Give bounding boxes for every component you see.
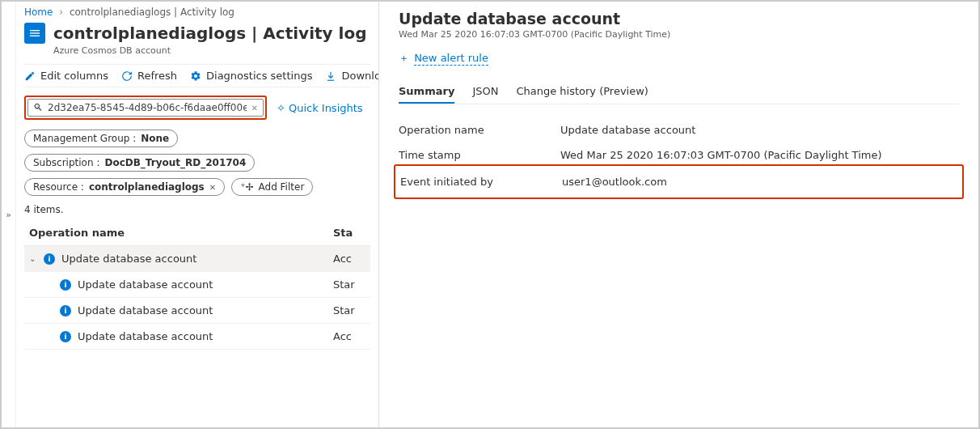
add-filter-icon: ⁺✢ — [240, 181, 253, 193]
filter-subscription[interactable]: Subscription : DocDB_Tryout_RD_201704 — [24, 154, 255, 172]
detail-pane: Update database account Wed Mar 25 2020 … — [378, 2, 978, 427]
search-input[interactable] — [48, 102, 247, 113]
activity-log-pane: Home › controlplanediaglogs | Activity l… — [16, 2, 378, 427]
svg-rect-0 — [30, 30, 40, 31]
row-status: Star — [333, 304, 365, 316]
filters: Management Group : None Subscription : D… — [24, 130, 370, 196]
expand-sidebar-handle[interactable]: » — [2, 2, 16, 427]
chevron-down-icon[interactable]: ⌄ — [29, 254, 44, 263]
refresh-icon — [121, 70, 133, 82]
diagnostics-button[interactable]: Diagnostics settings — [190, 70, 312, 82]
table-header: Operation name Sta — [24, 220, 370, 246]
plus-icon: ＋ — [399, 52, 409, 64]
row-status: Star — [333, 278, 365, 291]
add-filter-label: Add Filter — [259, 181, 305, 193]
kv-key: Operation name — [399, 124, 560, 136]
items-count: 4 items. — [24, 204, 370, 215]
svg-rect-1 — [30, 32, 40, 33]
kv-event-initiated-by: Event initiated by user1@outlook.com — [400, 169, 957, 194]
edit-columns-button[interactable]: Edit columns — [24, 70, 108, 82]
filter-sub-value: DocDB_Tryout_RD_201704 — [104, 157, 246, 168]
table-row[interactable]: i Update database account Acc — [24, 324, 370, 350]
row-operation: Update database account — [61, 253, 333, 265]
refresh-label: Refresh — [137, 70, 177, 82]
edit-icon — [24, 70, 36, 82]
table-row[interactable]: i Update database account Star — [24, 298, 370, 324]
breadcrumb-current: controlplanediaglogs | Activity log — [70, 6, 234, 18]
breadcrumb-home[interactable]: Home — [24, 6, 53, 18]
svg-rect-2 — [30, 36, 40, 36]
download-button[interactable]: Download as C — [325, 70, 378, 82]
quick-insights-link[interactable]: ✧ Quick Insights — [277, 102, 363, 114]
search-icon: 🔍︎ — [33, 102, 43, 113]
info-icon: i — [60, 279, 71, 291]
tab-json[interactable]: JSON — [472, 80, 498, 104]
filter-res-label: Resource : — [33, 181, 84, 193]
info-icon: i — [60, 305, 71, 316]
filter-resource[interactable]: Resource : controlplanediaglogs ✕ — [24, 178, 225, 196]
add-filter-button[interactable]: ⁺✢ Add Filter — [231, 178, 313, 196]
info-icon: i — [60, 331, 71, 342]
kv-val: Update database account — [560, 124, 959, 136]
insights-icon: ✧ — [277, 102, 285, 114]
col-operation-name[interactable]: Operation name — [29, 227, 333, 239]
toolbar: Edit columns Refresh Diagnostics setting… — [24, 64, 370, 87]
breadcrumb: Home › controlplanediaglogs | Activity l… — [24, 6, 370, 18]
filter-mg-label: Management Group : — [33, 133, 136, 144]
resource-icon — [24, 23, 45, 44]
col-status[interactable]: Sta — [333, 227, 365, 239]
page-title: controlplanediaglogs | Activity log — [53, 23, 366, 43]
kv-key: Event initiated by — [400, 176, 562, 188]
filter-res-value: controlplanediaglogs — [89, 181, 205, 193]
detail-title: Update database account — [399, 10, 959, 28]
filter-mg-value: None — [141, 133, 169, 144]
breadcrumb-separator: › — [56, 6, 66, 18]
row-status: Acc — [333, 330, 365, 342]
tab-change-history[interactable]: Change history (Preview) — [516, 80, 648, 104]
gear-icon — [190, 70, 201, 82]
kv-key: Time stamp — [399, 149, 560, 161]
search-highlight: 🔍︎ ✕ — [24, 96, 267, 120]
tab-summary[interactable]: Summary — [399, 80, 454, 104]
detail-tabs: Summary JSON Change history (Preview) — [399, 80, 959, 104]
diagnostics-label: Diagnostics settings — [206, 70, 312, 82]
new-alert-rule-link[interactable]: New alert rule — [414, 52, 488, 66]
kv-operation-name: Operation name Update database account — [399, 117, 959, 142]
info-icon: i — [44, 253, 55, 265]
table-row[interactable]: ⌄ i Update database account Acc — [24, 246, 370, 272]
table-row[interactable]: i Update database account Star — [24, 272, 370, 298]
remove-filter-icon[interactable]: ✕ — [209, 183, 216, 192]
event-initiated-highlight: Event initiated by user1@outlook.com — [394, 164, 964, 199]
page-subtitle: Azure Cosmos DB account — [53, 45, 370, 56]
filter-management-group[interactable]: Management Group : None — [24, 130, 178, 147]
filter-sub-label: Subscription : — [33, 157, 99, 168]
refresh-button[interactable]: Refresh — [121, 70, 177, 82]
kv-val: Wed Mar 25 2020 16:07:03 GMT-0700 (Pacif… — [560, 149, 959, 161]
row-status: Acc — [333, 253, 365, 265]
quick-insights-label: Quick Insights — [289, 102, 363, 114]
download-icon — [325, 70, 336, 82]
detail-subtitle: Wed Mar 25 2020 16:07:03 GMT-0700 (Pacif… — [399, 29, 959, 40]
row-operation: Update database account — [78, 278, 333, 291]
row-operation: Update database account — [78, 304, 333, 316]
edit-columns-label: Edit columns — [40, 70, 108, 82]
kv-val: user1@outlook.com — [562, 176, 957, 188]
clear-search-icon[interactable]: ✕ — [251, 104, 258, 113]
download-label: Download as C — [341, 70, 378, 82]
row-operation: Update database account — [78, 330, 333, 342]
